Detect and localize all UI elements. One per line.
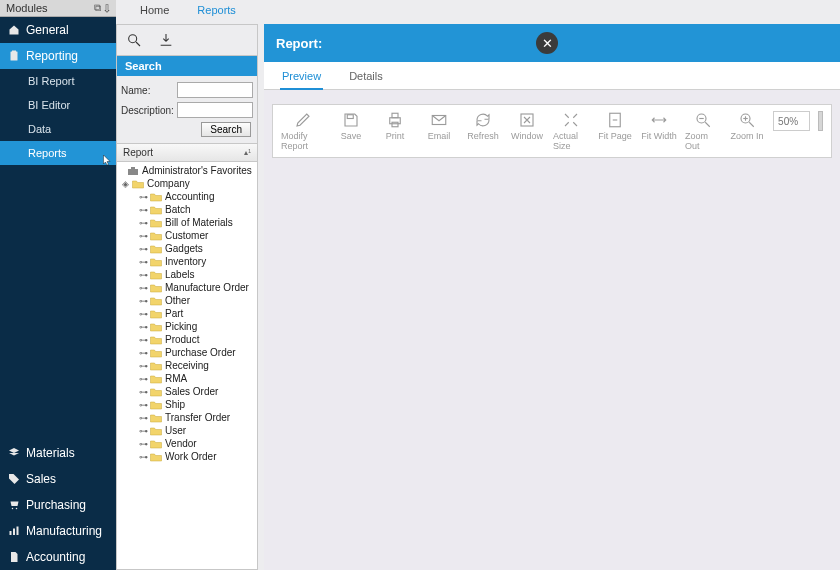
tree-item[interactable]: ⊶Gadgets	[117, 242, 257, 255]
expand-icon[interactable]: ⊶	[139, 192, 147, 202]
module-general[interactable]: General	[0, 17, 116, 43]
modify-report-button[interactable]: Modify Report	[281, 111, 325, 151]
expand-icon[interactable]: ⊶	[139, 400, 147, 410]
tree-item[interactable]: ⊶Picking	[117, 320, 257, 333]
expand-icon[interactable]: ⊶	[139, 413, 147, 423]
tab-details[interactable]: Details	[347, 66, 385, 89]
tree-item[interactable]: ⊶Receiving	[117, 359, 257, 372]
sidebar-item-bi-report[interactable]: BI Report	[26, 69, 116, 93]
name-label: Name:	[121, 85, 175, 96]
expand-icon[interactable]: ⊶	[139, 439, 147, 449]
tree-item[interactable]: ⊶Ship	[117, 398, 257, 411]
expand-icon[interactable]: ⊶	[139, 426, 147, 436]
expand-icon[interactable]: ⊶	[139, 270, 147, 280]
cart-icon	[8, 499, 20, 511]
tree-company[interactable]: ◈ Company	[117, 177, 257, 190]
search-tree-panel: Search Name: Description: Search Re	[116, 24, 258, 570]
window-button[interactable]: Window	[509, 111, 545, 141]
expand-icon[interactable]: ⊶	[139, 244, 147, 254]
expand-icon[interactable]: ⊶	[139, 296, 147, 306]
tree-item[interactable]: ⊶Purchase Order	[117, 346, 257, 359]
expand-icon[interactable]: ⊶	[139, 218, 147, 228]
download-icon[interactable]	[157, 31, 175, 49]
module-accounting[interactable]: Accounting	[0, 544, 116, 570]
tree-item[interactable]: ⊶Customer	[117, 229, 257, 242]
expand-icon[interactable]: ⊶	[139, 205, 147, 215]
svg-rect-0	[11, 52, 18, 61]
zoom-out-button[interactable]: Zoom Out	[685, 111, 721, 151]
module-label: Materials	[26, 446, 75, 460]
search-icon[interactable]	[125, 31, 143, 49]
tree-item[interactable]: ⊶Inventory	[117, 255, 257, 268]
fit-page-button[interactable]: Fit Page	[597, 111, 633, 141]
sidebar-header: Modules ⧉ ⇩	[0, 0, 116, 17]
folder-icon	[150, 374, 162, 384]
tree-item[interactable]: ⊶Part	[117, 307, 257, 320]
tree-item[interactable]: ⊶Transfer Order	[117, 411, 257, 424]
module-materials[interactable]: Materials	[0, 440, 116, 466]
expand-icon[interactable]: ⊶	[139, 335, 147, 345]
zoom-in-button[interactable]: Zoom In	[729, 111, 765, 141]
tree-header[interactable]: Report ▴¹	[117, 143, 257, 162]
expand-icon[interactable]: ⊶	[139, 452, 147, 462]
save-button[interactable]: Save	[333, 111, 369, 141]
folder-icon	[150, 231, 162, 241]
pin-icon[interactable]: ⧉ ⇩	[94, 2, 110, 14]
expand-icon[interactable]: ⊶	[139, 257, 147, 267]
tree-item[interactable]: ⊶Batch	[117, 203, 257, 216]
folder-icon	[150, 400, 162, 410]
tree-label: Ship	[165, 399, 185, 410]
expand-icon[interactable]: ⊶	[139, 387, 147, 397]
zoom-slider[interactable]	[818, 111, 823, 131]
sidebar-item-bi-editor[interactable]: BI Editor	[26, 93, 116, 117]
breadcrumb-home[interactable]: Home	[140, 4, 169, 16]
tree-item[interactable]: ⊶Vendor	[117, 437, 257, 450]
expand-icon[interactable]: ⊶	[139, 231, 147, 241]
refresh-button[interactable]: Refresh	[465, 111, 501, 141]
tree-item[interactable]: ⊶Product	[117, 333, 257, 346]
fit-width-button[interactable]: Fit Width	[641, 111, 677, 141]
close-button[interactable]: ✕	[536, 32, 558, 54]
expand-icon[interactable]: ⊶	[139, 348, 147, 358]
tree-item[interactable]: ⊶Labels	[117, 268, 257, 281]
module-manufacturing[interactable]: Manufacturing	[0, 518, 116, 544]
panel-toolbar	[117, 25, 257, 56]
folder-icon	[150, 322, 162, 332]
search-button[interactable]: Search	[201, 122, 251, 137]
expand-icon[interactable]: ⊶	[139, 283, 147, 293]
tree-favorites[interactable]: Administrator's Favorites	[117, 164, 257, 177]
actual-size-button[interactable]: Actual Size	[553, 111, 589, 151]
zoom-value-input[interactable]: 50%	[773, 111, 810, 131]
expand-icon[interactable]: ⊶	[139, 309, 147, 319]
svg-point-8	[129, 35, 137, 43]
svg-rect-11	[131, 167, 135, 169]
description-input[interactable]	[177, 102, 253, 118]
tree-item[interactable]: ⊶Bill of Materials	[117, 216, 257, 229]
print-button[interactable]: Print	[377, 111, 413, 141]
folder-icon	[150, 361, 162, 371]
expand-icon[interactable]: ⊶	[139, 361, 147, 371]
tree-item[interactable]: ⊶Work Order	[117, 450, 257, 463]
email-button[interactable]: Email	[421, 111, 457, 141]
svg-rect-13	[390, 118, 401, 124]
tree-item[interactable]: ⊶Other	[117, 294, 257, 307]
expand-icon[interactable]: ◈	[121, 179, 129, 189]
sidebar-item-data[interactable]: Data	[26, 117, 116, 141]
expand-icon[interactable]: ⊶	[139, 374, 147, 384]
name-input[interactable]	[177, 82, 253, 98]
svg-line-23	[749, 122, 754, 127]
module-sales[interactable]: Sales	[0, 466, 116, 492]
sidebar-item-reports[interactable]: Reports	[0, 141, 116, 165]
tree-item[interactable]: ⊶Accounting	[117, 190, 257, 203]
tree-item[interactable]: ⊶Manufacture Order	[117, 281, 257, 294]
folder-icon	[150, 439, 162, 449]
tree-label: Part	[165, 308, 183, 319]
tree-item[interactable]: ⊶User	[117, 424, 257, 437]
module-purchasing[interactable]: Purchasing	[0, 492, 116, 518]
tree-item[interactable]: ⊶RMA	[117, 372, 257, 385]
tab-preview[interactable]: Preview	[280, 66, 323, 90]
tree-item[interactable]: ⊶Sales Order	[117, 385, 257, 398]
module-reporting[interactable]: Reporting	[0, 43, 116, 69]
expand-icon[interactable]: ⊶	[139, 322, 147, 332]
breadcrumb-reports[interactable]: Reports	[197, 4, 236, 16]
